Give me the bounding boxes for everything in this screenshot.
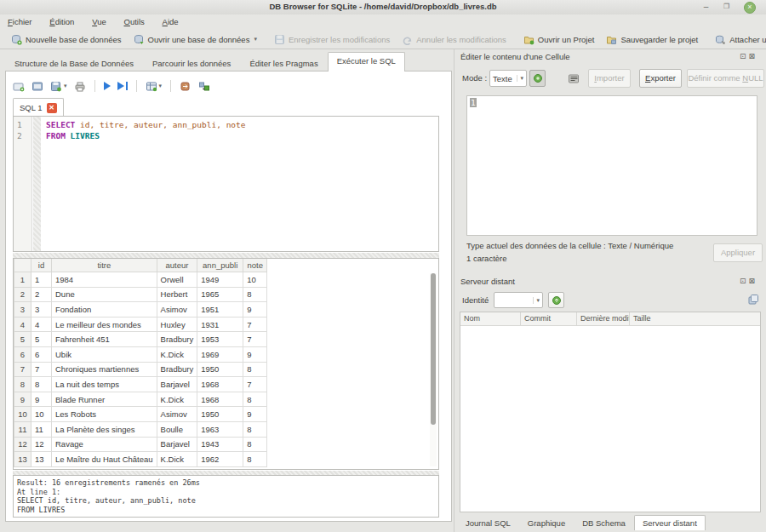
data-cell[interactable]: 7 [243, 377, 267, 392]
data-cell[interactable]: Barjavel [157, 437, 197, 452]
data-cell[interactable]: 1962 [197, 452, 243, 467]
dock-tab-db-schema[interactable]: DB Schema [574, 515, 634, 530]
export-button[interactable]: Exporter [639, 69, 682, 88]
data-cell[interactable]: 11 [31, 421, 52, 437]
row-number-cell[interactable]: 1 [14, 272, 31, 288]
data-cell[interactable]: Huxley [157, 317, 197, 332]
data-cell[interactable]: 10 [31, 407, 52, 422]
attach-database-button[interactable]: Attacher une Base de Données [709, 32, 766, 47]
results-column-header[interactable]: id [31, 259, 52, 272]
row-number-cell[interactable]: 6 [14, 346, 31, 362]
data-cell[interactable]: Bradbury [157, 332, 197, 347]
data-cell[interactable]: 13 [31, 452, 52, 467]
reload-remote-button[interactable] [548, 292, 564, 308]
find-replace-icon[interactable] [180, 81, 192, 92]
data-cell[interactable]: K.Dick [157, 452, 197, 467]
column-commit[interactable]: Commit [521, 312, 577, 325]
cell-content-editor[interactable]: 1 [466, 95, 757, 236]
data-cell[interactable]: 1949 [197, 272, 243, 288]
dock-tab-serveur-distant[interactable]: Serveur distant [634, 515, 706, 530]
column-taille[interactable]: Taille [630, 312, 760, 325]
data-cell[interactable]: 1968 [197, 377, 243, 392]
data-cell[interactable]: 1950 [197, 362, 243, 377]
data-cell[interactable]: Le meilleur des mondes [52, 317, 157, 332]
data-cell[interactable]: 10 [243, 272, 267, 288]
save-results-icon[interactable]: ▾ [146, 81, 163, 92]
data-cell[interactable]: Orwell [157, 272, 197, 288]
print-sql-icon[interactable] [74, 81, 86, 92]
data-cell[interactable]: 8 [243, 437, 267, 452]
data-cell[interactable]: Fondation [52, 302, 157, 317]
dock-tab-journal-sql[interactable]: Journal SQL [457, 515, 519, 530]
data-cell[interactable]: 8 [243, 287, 267, 302]
format-sql-icon[interactable] [198, 81, 210, 92]
close-button[interactable]: × [744, 2, 756, 14]
data-cell[interactable]: 5 [31, 332, 52, 347]
data-cell[interactable]: Les Robots [52, 407, 157, 422]
minimize-button[interactable]: – [700, 2, 712, 13]
execute-sql-icon[interactable] [104, 82, 111, 90]
dock-tab-graphique[interactable]: Graphique [519, 515, 574, 530]
data-cell[interactable]: 1943 [197, 437, 243, 452]
remote-dock-buttons[interactable]: ⊡⊠ [740, 277, 757, 285]
close-sql-tab-icon[interactable]: ✕ [47, 103, 57, 113]
data-cell[interactable]: 9 [243, 407, 267, 422]
results-column-header[interactable]: note [243, 259, 267, 272]
remote-list-header[interactable]: Nom Commit Dernière modific Taille [460, 312, 760, 326]
data-cell[interactable]: 1953 [197, 332, 243, 347]
execute-current-line-icon[interactable] [117, 82, 128, 90]
open-project-button[interactable]: Ouvrir un Projet [517, 32, 601, 47]
open-sql-file-icon[interactable] [31, 81, 43, 92]
data-cell[interactable]: 9 [243, 346, 267, 362]
data-cell[interactable]: 1963 [197, 421, 243, 437]
results-header[interactable]: idtitreauteurann_publinote [14, 259, 267, 272]
data-cell[interactable]: K.Dick [157, 346, 197, 362]
mode-select[interactable]: Texte ▾ [489, 70, 527, 87]
data-cell[interactable]: 8 [243, 421, 267, 437]
row-number-cell[interactable]: 4 [14, 317, 31, 332]
save-sql-file-icon[interactable]: ▾ [50, 81, 67, 92]
data-cell[interactable]: La Planète des singes [52, 421, 157, 437]
tab-execute-sql[interactable]: Exécuter le SQL [328, 52, 405, 72]
data-cell[interactable]: 1951 [197, 302, 243, 317]
data-cell[interactable]: Herbert [157, 287, 197, 302]
tab-structure[interactable]: Structure de la Base de Données [5, 54, 143, 72]
sql-editor[interactable]: 1 2 SELECT id, titre, auteur, ann_publi,… [13, 116, 439, 252]
row-number-cell[interactable]: 7 [14, 362, 31, 377]
data-cell[interactable]: Barjavel [157, 377, 197, 392]
data-cell[interactable]: 8 [243, 452, 267, 467]
data-cell[interactable]: 4 [31, 317, 52, 332]
data-cell[interactable]: 9 [31, 392, 52, 407]
tab-edit-pragmas[interactable]: Éditer les Pragmas [240, 54, 327, 72]
auto-format-toggle[interactable] [529, 70, 546, 87]
open-database-button[interactable]: Ouvrir une base de données ▾ [128, 32, 263, 47]
data-cell[interactable]: Bradbury [157, 362, 197, 377]
data-cell[interactable]: 9 [243, 302, 267, 317]
data-cell[interactable]: Asimov [157, 302, 197, 317]
column-nom[interactable]: Nom [460, 312, 521, 325]
print-cell-icon[interactable] [567, 72, 580, 85]
data-cell[interactable]: 2 [31, 287, 52, 302]
results-column-header[interactable] [14, 259, 31, 272]
scrollbar-thumb[interactable] [431, 273, 436, 425]
row-number-cell[interactable]: 2 [14, 287, 31, 302]
column-derniere-modif[interactable]: Dernière modific [577, 312, 630, 325]
data-cell[interactable]: 1 [31, 272, 52, 288]
row-number-cell[interactable]: 13 [14, 452, 31, 467]
data-cell[interactable]: 8 [31, 377, 52, 392]
new-sql-tab-icon[interactable] [13, 81, 25, 92]
menu-outils[interactable]: Outils [116, 14, 151, 26]
data-cell[interactable]: 7 [31, 362, 52, 377]
new-database-button[interactable]: Nouvelle base de données [5, 32, 128, 47]
data-cell[interactable]: 7 [243, 332, 267, 347]
data-cell[interactable]: 1984 [52, 272, 157, 288]
data-cell[interactable]: 7 [243, 317, 267, 332]
revert-changes-button[interactable]: Annuler les modifications [396, 32, 512, 47]
menu-edition[interactable]: Édition [42, 14, 82, 26]
menu-fichier[interactable]: Fichier [0, 14, 40, 26]
results-column-header[interactable]: titre [52, 259, 157, 272]
set-null-button[interactable]: Définir comme NULL [687, 69, 764, 88]
cell-editor-dock-buttons[interactable]: ⊡⊠ [740, 52, 757, 60]
data-cell[interactable]: Dune [52, 287, 157, 302]
data-cell[interactable]: 12 [31, 437, 52, 452]
